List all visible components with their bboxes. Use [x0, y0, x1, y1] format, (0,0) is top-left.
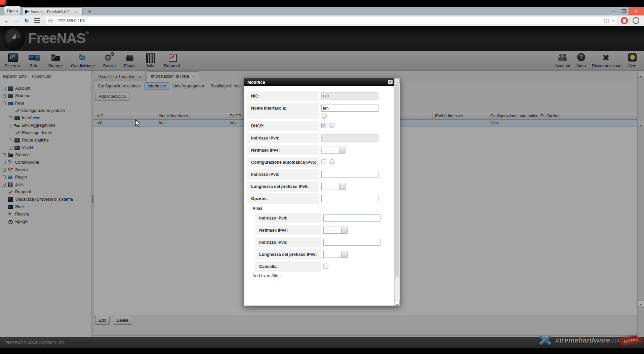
- opera-menu-button[interactable]: Opera: [4, 6, 21, 15]
- sidebar-item-storage[interactable]: +Storage: [0, 151, 91, 159]
- sidebar-item-rete[interactable]: -Rete: [0, 100, 91, 107]
- tree-toggle-icon[interactable]: +: [9, 124, 12, 127]
- dialog-scroll-thumb[interactable]: [395, 84, 399, 277]
- sidebar-item-riavvia[interactable]: Riavvia: [0, 210, 91, 218]
- sidebar-item-spegni[interactable]: Spegni: [0, 218, 91, 225]
- scroll-down-icon[interactable]: [638, 301, 644, 306]
- tree-toggle-icon[interactable]: +: [2, 94, 6, 98]
- dialog-scroll-down-icon[interactable]: [395, 301, 400, 306]
- field-checkbox[interactable]: [321, 159, 326, 164]
- sidebar-item-riepilogo-di-rete[interactable]: Riepilogo di rete: [0, 129, 91, 136]
- tree-toggle-icon[interactable]: +: [9, 116, 12, 120]
- subtab-link-aggregation[interactable]: Link Aggregation: [170, 83, 207, 89]
- tree-toggle-icon[interactable]: -: [2, 102, 6, 105]
- info-icon[interactable]: [322, 114, 327, 119]
- extensions-grid-icon[interactable]: [604, 18, 609, 23]
- collapse-all-link[interactable]: riduci tutto: [32, 74, 51, 79]
- toolbar-item-storage[interactable]: Storage: [44, 52, 67, 69]
- field-text-input[interactable]: [323, 239, 380, 246]
- tree-toggle-icon[interactable]: +: [2, 87, 6, 90]
- dialog-close-icon[interactable]: ×: [388, 80, 393, 84]
- sidebar-item-visualizza-i-processi-di-sistema[interactable]: Visualizza i processi di sistema: [0, 196, 91, 203]
- speed-dial-icon[interactable]: [34, 18, 40, 24]
- page-scrollbar[interactable]: [637, 72, 644, 337]
- sidebar-item-sistema[interactable]: +Sistema: [0, 92, 91, 100]
- window-close-button[interactable]: [629, 7, 644, 15]
- toolbar-item-condivisione[interactable]: Condivisione: [67, 52, 99, 69]
- url-text[interactable]: 192.168.0.103: [58, 18, 604, 23]
- toolbar-item-rapporti[interactable]: Rapporti: [160, 52, 184, 69]
- sidebar-splitter[interactable]: [91, 71, 94, 337]
- dialog-scroll-up-icon[interactable]: [395, 78, 400, 83]
- field-text-input[interactable]: [321, 105, 378, 112]
- tree-toggle-icon[interactable]: +: [2, 161, 6, 164]
- column-header-nome-interfaccia[interactable]: Nome interfaccia: [157, 113, 228, 119]
- add-interface-button[interactable]: Add Interfaccia: [95, 92, 129, 101]
- sidebar-item-configurazione-globale[interactable]: Configurazione globale: [0, 107, 91, 114]
- field-checkbox[interactable]: [321, 123, 326, 128]
- sidebar-item-interfacce[interactable]: +Interfacce: [0, 114, 91, 122]
- ixsystems-link[interactable]: iXsystems, Inc.: [38, 340, 66, 345]
- toolbar-item-rete[interactable]: Rete: [24, 52, 44, 69]
- tree-toggle-icon[interactable]: +: [9, 146, 12, 150]
- delete-button[interactable]: Delete: [113, 316, 132, 325]
- field-select[interactable]: ---------: [321, 183, 346, 190]
- info-icon[interactable]: [329, 159, 334, 164]
- tab-close-icon[interactable]: ×: [75, 9, 78, 14]
- toolbar-item-servizi[interactable]: Servizi: [99, 52, 120, 69]
- field-text-input[interactable]: [323, 214, 380, 222]
- tab-close-icon[interactable]: ×: [192, 74, 195, 79]
- column-header-nic[interactable]: NIC: [94, 113, 157, 119]
- add-extra-alias-link[interactable]: Add extra Alias: [252, 274, 392, 278]
- subtab-interfacce[interactable]: Interfacce: [144, 82, 169, 90]
- sidebar-item-vlan[interactable]: +VLAN: [0, 144, 91, 151]
- field-text-input[interactable]: [321, 195, 378, 202]
- field-select[interactable]: ---------: [323, 227, 348, 234]
- browser-tab[interactable]: freenas - FreeNAS-9.2.1.5- ×: [23, 7, 83, 15]
- tree-toggle-icon[interactable]: +: [2, 153, 6, 157]
- tab-close-icon[interactable]: ×: [138, 74, 141, 79]
- window-minimize-button[interactable]: [612, 7, 615, 15]
- field-select[interactable]: ---------: [323, 251, 348, 258]
- tab-visualizza-tunables[interactable]: Visualizza Tunables×: [94, 72, 146, 81]
- toolbar-item-sistema[interactable]: Sistema: [1, 52, 24, 69]
- toolbar-item-plugin[interactable]: Plugin: [120, 52, 140, 69]
- tree-toggle-icon[interactable]: +: [2, 175, 6, 179]
- sidebar-item-rapporti[interactable]: Rapporti: [0, 188, 91, 196]
- column-header-ipv6-addresses[interactable]: IPv6 Addresses: [433, 113, 488, 119]
- bookmark-heart-icon[interactable]: [612, 18, 615, 24]
- sidebar-item-condivisione[interactable]: +Condivisione: [0, 159, 91, 166]
- expand-all-link[interactable]: espandi tutto: [3, 74, 27, 79]
- window-maximize-button[interactable]: [622, 7, 626, 15]
- sidebar-item-servizi[interactable]: +Servizi: [0, 166, 91, 173]
- edit-button[interactable]: Edit: [95, 316, 110, 325]
- reload-button[interactable]: [23, 17, 30, 25]
- tree-toggle-icon[interactable]: +: [2, 168, 6, 172]
- new-tab-button[interactable]: +: [86, 8, 93, 15]
- sidebar-item-route-statiche[interactable]: +Route statiche: [0, 136, 91, 144]
- sidebar-item-plugin[interactable]: +Plugin: [0, 173, 91, 181]
- sidebar-item-account[interactable]: +Account: [0, 85, 91, 92]
- sidebar-item-jails[interactable]: +Jails: [0, 181, 91, 188]
- tree-toggle-icon[interactable]: +: [2, 183, 6, 187]
- column-header-opzioni[interactable]: Opzioni: [545, 113, 637, 119]
- toolbar-item-jails[interactable]: Jails: [140, 52, 160, 69]
- tree-toggle-icon[interactable]: +: [9, 139, 12, 142]
- toolbar-item-account[interactable]: Account: [553, 52, 573, 69]
- dialog-title[interactable]: Modifica ×: [244, 78, 394, 86]
- info-icon[interactable]: [329, 123, 334, 128]
- sidebar-item-shell[interactable]: Shell: [0, 203, 91, 210]
- grid-scroll-up-icon[interactable]: [638, 121, 644, 127]
- freenas-logo-icon[interactable]: [3, 28, 24, 49]
- toolbar-item-alert[interactable]: Alert: [624, 52, 641, 69]
- toolbar-item-disconnessione[interactable]: Disconnessione: [590, 52, 624, 69]
- blocker-badge-icon[interactable]: [621, 17, 628, 24]
- sidebar-item-link-aggregations[interactable]: +Link Aggregations: [0, 122, 91, 129]
- dialog-scrollbar[interactable]: [394, 78, 400, 306]
- column-header-configurazione-automatica-ipv6[interactable]: Configurazione automatica IPv6: [488, 113, 545, 119]
- field-checkbox[interactable]: [323, 264, 328, 269]
- subtab-riepilogo-di-rete[interactable]: Riepilogo di rete: [207, 83, 244, 89]
- download-icon[interactable]: [633, 17, 639, 24]
- scroll-up-icon[interactable]: [638, 72, 644, 78]
- forward-button[interactable]: [13, 17, 20, 25]
